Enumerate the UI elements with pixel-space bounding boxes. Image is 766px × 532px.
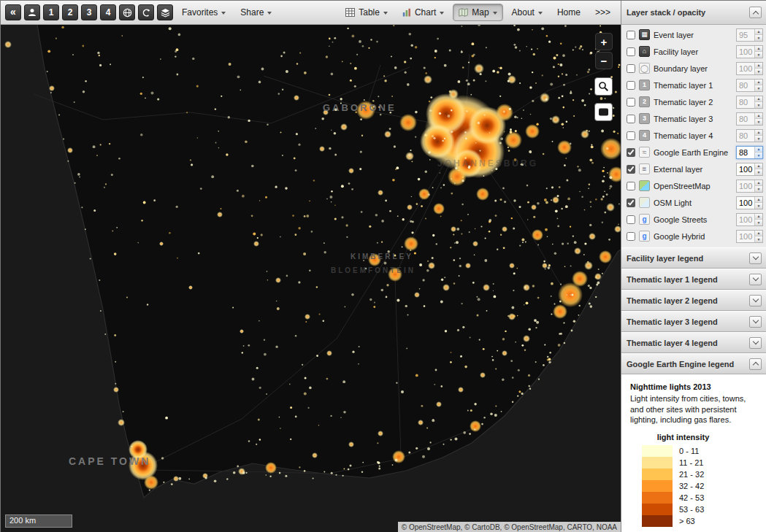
layers-button[interactable] [157, 4, 173, 20]
opacity-increase-button[interactable]: ▲ [755, 197, 762, 204]
opacity-increase-button[interactable]: ▲ [755, 63, 762, 69]
minus-icon: − [601, 55, 608, 67]
collapse-button[interactable] [749, 358, 762, 370]
opacity-increase-button[interactable]: ▲ [755, 113, 762, 120]
map-attribution: © OpenStreetMap, © CartoDB, © OpenStreet… [398, 522, 621, 532]
opacity-increase-button[interactable]: ▲ [755, 130, 762, 136]
layer-visibility-checkbox[interactable] [627, 232, 635, 241]
legend-class-label: 42 - 53 [679, 493, 704, 502]
opacity-decrease-button[interactable]: ▼ [755, 153, 762, 158]
opacity-decrease-button[interactable]: ▼ [755, 220, 762, 225]
layer-visibility-checkbox[interactable] [627, 81, 635, 90]
zoom-out-button[interactable]: − [595, 52, 613, 69]
layer-opacity-input[interactable]: 80▲▼ [736, 96, 763, 109]
layer-opacity-input[interactable]: 100▲▼ [736, 230, 763, 243]
chart-dropdown[interactable]: Chart [397, 4, 450, 21]
opacity-decrease-button[interactable]: ▼ [755, 52, 762, 58]
layer-visibility-checkbox[interactable] [627, 47, 635, 56]
table-dropdown[interactable]: Table [340, 4, 394, 21]
layer-visibility-checkbox[interactable] [627, 198, 635, 207]
opacity-decrease-button[interactable]: ▼ [755, 119, 762, 125]
layer-visibility-checkbox[interactable] [627, 115, 635, 123]
layer-stack-header[interactable]: Layer stack / opacity [621, 1, 766, 25]
opacity-decrease-button[interactable]: ▼ [755, 85, 762, 91]
layer-opacity-input[interactable]: 100▲▼ [736, 196, 763, 209]
opacity-decrease-button[interactable]: ▼ [755, 35, 762, 41]
favorites-dropdown[interactable]: Favorites [176, 4, 231, 21]
opacity-decrease-button[interactable]: ▼ [755, 186, 762, 192]
more-tools-button[interactable]: >>> [589, 4, 616, 21]
map-search-button[interactable] [594, 77, 613, 96]
layer-label: Thematic layer 2 [654, 98, 732, 107]
expand-button[interactable] [749, 316, 762, 328]
layer-opacity-input[interactable]: 100▲▼ [736, 180, 763, 193]
accordion-google-earth-engine-legend[interactable]: Google Earth Engine legend [621, 353, 766, 374]
legend-class-label: 0 - 11 [679, 447, 699, 455]
layer-opacity-input[interactable]: 100▲▼ [736, 213, 763, 226]
opacity-increase-button[interactable]: ▲ [755, 231, 762, 237]
preset-1-button[interactable]: 1 [43, 4, 59, 20]
opacity-decrease-button[interactable]: ▼ [755, 236, 762, 242]
preset-2-button[interactable]: 2 [62, 4, 78, 20]
layer-opacity-input[interactable]: 88▲▼ [736, 146, 763, 159]
accordion-thematic-layer-1-legend[interactable]: Thematic layer 1 legend [621, 269, 766, 290]
layer-opacity-input[interactable]: 100▲▼ [736, 163, 763, 176]
layer-visibility-checkbox[interactable] [627, 98, 635, 107]
preset-4-button[interactable]: 4 [100, 4, 116, 20]
expand-button[interactable] [749, 337, 762, 349]
home-button[interactable]: Home [551, 4, 586, 21]
opacity-increase-button[interactable]: ▲ [755, 80, 762, 86]
opacity-decrease-button[interactable]: ▼ [755, 169, 762, 175]
layer-opacity-input[interactable]: 100▲▼ [736, 45, 763, 58]
zoom-in-button[interactable]: + [595, 33, 613, 50]
map-label: Map [472, 7, 489, 18]
scale-bar: 200 km [5, 514, 72, 528]
opacity-increase-button[interactable]: ▲ [755, 29, 762, 36]
layer-opacity-input[interactable]: 100▲▼ [736, 62, 763, 75]
legend-swatch [642, 504, 673, 515]
layer-visibility-checkbox[interactable] [627, 64, 635, 73]
layer-visibility-checkbox[interactable] [627, 215, 635, 224]
share-dropdown[interactable]: Share [234, 4, 277, 21]
opacity-increase-button[interactable]: ▲ [755, 163, 762, 170]
opacity-increase-button[interactable]: ▲ [755, 96, 762, 103]
opacity-decrease-button[interactable]: ▼ [755, 102, 762, 108]
map-canvas[interactable]: GABORONEJOHANNESBURGKIMBERLEYBLOEMFONTEI… [1, 25, 621, 532]
accordion-thematic-layer-3-legend[interactable]: Thematic layer 3 legend [621, 311, 766, 332]
expand-button[interactable] [749, 295, 762, 307]
back-button[interactable]: « [5, 4, 21, 20]
collapse-button[interactable] [749, 7, 762, 18]
layer-visibility-checkbox[interactable] [627, 165, 635, 174]
accordion-facility-layer-legend[interactable]: Facility layer legend [621, 247, 766, 269]
layer-visibility-checkbox[interactable] [627, 148, 635, 157]
layer-visibility-checkbox[interactable] [627, 31, 635, 39]
about-dropdown[interactable]: About [506, 4, 548, 21]
legend-class-label: 21 - 32 [679, 470, 704, 479]
accordion-thematic-layer-4-legend[interactable]: Thematic layer 4 legend [621, 332, 766, 353]
layer-opacity-input[interactable]: 80▲▼ [736, 129, 763, 142]
opacity-decrease-button[interactable]: ▼ [755, 136, 762, 142]
layer-opacity-input[interactable]: 95▲▼ [736, 28, 763, 42]
layer-visibility-checkbox[interactable] [627, 131, 635, 140]
expand-button[interactable] [749, 252, 762, 264]
legend-class-label: 11 - 21 [679, 458, 703, 467]
opacity-decrease-button[interactable]: ▼ [755, 203, 762, 209]
chevron-down-icon [538, 12, 543, 17]
preset-3-button[interactable]: 3 [81, 4, 97, 20]
map-dropdown[interactable]: Map [453, 4, 502, 21]
opacity-increase-button[interactable]: ▲ [755, 46, 762, 53]
user-button[interactable] [24, 4, 40, 20]
accordion-thematic-layer-2-legend[interactable]: Thematic layer 2 legend [621, 290, 766, 311]
opacity-increase-button[interactable]: ▲ [755, 180, 762, 187]
extent-button[interactable] [594, 103, 613, 121]
opacity-increase-button[interactable]: ▲ [755, 147, 762, 153]
boundary-layer-icon: ◯ [639, 63, 650, 74]
earth-engine-button[interactable] [138, 4, 154, 20]
layer-opacity-input[interactable]: 80▲▼ [736, 79, 763, 92]
expand-button[interactable] [749, 274, 762, 285]
opacity-increase-button[interactable]: ▲ [755, 214, 762, 220]
layer-opacity-input[interactable]: 80▲▼ [736, 112, 763, 126]
globe-button[interactable] [119, 4, 135, 20]
layer-visibility-checkbox[interactable] [627, 182, 635, 190]
opacity-decrease-button[interactable]: ▼ [755, 69, 762, 74]
